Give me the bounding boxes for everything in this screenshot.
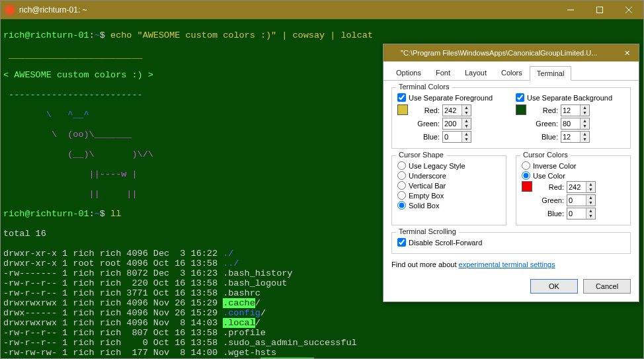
- tab-colors[interactable]: Colors: [494, 65, 530, 80]
- cursor-blue-input[interactable]: ▲▼: [567, 208, 596, 219]
- use-sep-foreground[interactable]: Use Separate Foreground: [397, 93, 506, 102]
- close-button[interactable]: [614, 1, 643, 19]
- tab-layout[interactable]: Layout: [458, 65, 494, 80]
- cursor-color-inverse-color[interactable]: Inverse Color: [522, 161, 625, 170]
- ubuntu-icon: [5, 5, 15, 15]
- cursor-shape-solid-box[interactable]: Solid Box: [397, 201, 501, 210]
- cancel-button[interactable]: Cancel: [583, 279, 631, 294]
- experimental-settings-link[interactable]: experimental terminal settings: [459, 260, 555, 268]
- cursor-color-use-color[interactable]: Use Color: [522, 171, 625, 180]
- minimize-button[interactable]: [556, 1, 585, 19]
- group-cursor-colors: Cursor Colors Inverse ColorUse Color Red…: [516, 155, 631, 225]
- fg-green-input[interactable]: ▲▼: [442, 118, 471, 130]
- properties-dialog: "C:\Program Files\WindowsApps\CanonicalG…: [383, 44, 639, 302]
- window-title: rich@richturn-01: ~: [19, 5, 556, 15]
- cursor-shape-empty-box[interactable]: Empty Box: [397, 191, 501, 200]
- group-cursor-shape: Cursor Shape Use Legacy StyleUnderscoreV…: [391, 155, 506, 225]
- ubuntu-icon: [387, 48, 397, 58]
- dialog-titlebar[interactable]: "C:\Program Files\WindowsApps\CanonicalG…: [383, 44, 639, 61]
- maximize-button[interactable]: [585, 1, 614, 19]
- ls-row: -rw-r--r-- 1 rich rich 0 Oct 16 13:58 .s…: [3, 338, 641, 348]
- ls-row: -rw-r--r-- 1 rich rich 807 Oct 16 13:58 …: [3, 328, 641, 338]
- ls-row: drwx------ 1 rich rich 4096 Nov 26 15:29…: [3, 308, 641, 318]
- ls-row: drwxrwxrwx 1 rich rich 4096 Nov 8 14:03 …: [3, 318, 641, 328]
- tab-panel-terminal: Terminal Colors Use Separate Foreground …: [383, 80, 639, 274]
- bg-green-input[interactable]: ▲▼: [561, 118, 590, 130]
- dialog-tabs: OptionsFontLayoutColorsTerminal: [383, 61, 639, 80]
- tab-terminal[interactable]: Terminal: [530, 66, 572, 81]
- fg-blue-input[interactable]: ▲▼: [442, 131, 471, 143]
- disable-scroll-forward[interactable]: Disable Scroll-Forward: [397, 238, 625, 247]
- dialog-close-button[interactable]: ✕: [615, 49, 639, 58]
- fg-swatch[interactable]: [397, 104, 408, 115]
- bg-red-input[interactable]: ▲▼: [561, 104, 590, 116]
- cursor-green-input[interactable]: ▲▼: [567, 194, 596, 206]
- tab-options[interactable]: Options: [389, 65, 428, 80]
- group-terminal-colors: Terminal Colors Use Separate Foreground …: [391, 87, 631, 149]
- cursor-red-input[interactable]: ▲▼: [567, 181, 596, 193]
- svg-rect-1: [597, 7, 603, 13]
- learn-more: Find out more about experimental termina…: [391, 260, 631, 268]
- ls-row: -rw-rw-rw- 1 rich rich 177 Nov 8 14:00 .…: [3, 348, 641, 358]
- bg-blue-input[interactable]: ▲▼: [561, 131, 590, 143]
- group-terminal-scrolling: Terminal Scrolling Disable Scroll-Forwar…: [391, 232, 631, 254]
- use-sep-background[interactable]: Use Separate Background: [516, 93, 625, 102]
- cursor-shape-vertical-bar[interactable]: Vertical Bar: [397, 181, 501, 190]
- cursor-shape-underscore[interactable]: Underscore: [397, 171, 501, 180]
- tab-font[interactable]: Font: [428, 65, 458, 80]
- window-titlebar: rich@richturn-01: ~: [1, 1, 643, 19]
- ok-button[interactable]: OK: [530, 279, 578, 294]
- cursor-shape-use-legacy-style[interactable]: Use Legacy Style: [397, 161, 501, 170]
- ls-row: lrwxrwxrwx 1 rich rich 10 Nov 12 09:02 d…: [3, 358, 641, 358]
- bg-swatch[interactable]: [516, 104, 526, 115]
- fg-red-input[interactable]: ▲▼: [442, 104, 471, 116]
- dialog-title: "C:\Program Files\WindowsApps\CanonicalG…: [401, 49, 615, 57]
- window-controls: [556, 1, 643, 19]
- cursor-swatch[interactable]: [522, 181, 532, 192]
